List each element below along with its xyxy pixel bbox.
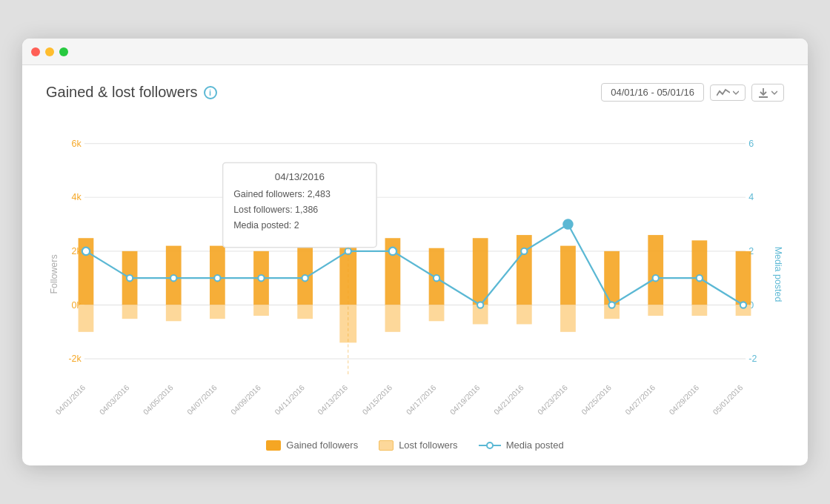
svg-rect-49 [736, 251, 751, 305]
legend-gained: Gained followers [266, 440, 358, 451]
chart-type-icon [717, 88, 730, 97]
chart-header: Gained & lost followers i 04/01/16 - 05/… [46, 83, 784, 102]
minimize-button[interactable] [45, 47, 54, 56]
svg-text:-2k: -2k [68, 354, 82, 364]
gained-swatch [266, 440, 281, 451]
svg-point-58 [389, 248, 396, 255]
svg-rect-20 [79, 305, 94, 332]
svg-rect-37 [473, 238, 488, 305]
svg-text:Gained followers: 2,483: Gained followers: 2,483 [233, 189, 331, 199]
svg-text:Lost followers: 1,386: Lost followers: 1,386 [233, 205, 318, 215]
svg-point-52 [127, 275, 133, 281]
media-line-icon [479, 440, 501, 451]
svg-text:04/15/2016: 04/15/2016 [361, 383, 394, 417]
svg-rect-24 [166, 305, 182, 322]
chart-title: Gained & lost followers [46, 84, 198, 101]
gained-label: Gained followers [286, 440, 358, 451]
svg-text:04/03/2016: 04/03/2016 [98, 383, 131, 417]
svg-text:04/27/2016: 04/27/2016 [624, 383, 657, 417]
svg-rect-40 [517, 305, 532, 325]
svg-text:04/29/2016: 04/29/2016 [668, 383, 701, 417]
legend-lost: Lost followers [379, 440, 457, 451]
svg-rect-46 [648, 305, 663, 316]
chart-area: Followers Media posted 6k 4k 2k 0k -2k 6 [46, 115, 784, 434]
svg-rect-34 [385, 305, 401, 332]
svg-text:04/19/2016: 04/19/2016 [448, 383, 482, 417]
svg-text:Media posted: 2: Media posted: 2 [233, 220, 299, 231]
svg-text:04/09/2016: 04/09/2016 [229, 383, 262, 417]
download-button[interactable] [751, 84, 784, 102]
titlebar [22, 39, 808, 65]
chevron-down-icon [771, 90, 777, 96]
svg-point-62 [563, 219, 572, 228]
svg-point-64 [653, 275, 659, 281]
chart-svg: Followers Media posted 6k 4k 2k 0k -2k 6 [46, 115, 784, 434]
svg-point-61 [521, 248, 527, 254]
svg-point-59 [434, 275, 439, 281]
svg-text:04/21/2016: 04/21/2016 [492, 383, 525, 417]
svg-text:6k: 6k [72, 139, 82, 149]
lost-label: Lost followers [399, 440, 457, 451]
app-window: Gained & lost followers i 04/01/16 - 05/… [22, 39, 808, 465]
svg-text:04/23/2016: 04/23/2016 [536, 383, 569, 417]
svg-point-60 [477, 302, 483, 308]
svg-text:05/01/2016: 05/01/2016 [711, 383, 745, 417]
chart-container: Gained & lost followers i 04/01/16 - 05/… [22, 65, 808, 465]
svg-text:04/13/2016: 04/13/2016 [316, 383, 350, 417]
svg-text:04/05/2016: 04/05/2016 [142, 383, 175, 417]
svg-rect-28 [253, 305, 269, 316]
maximize-button[interactable] [59, 47, 68, 56]
date-range-button[interactable]: 04/01/16 - 05/01/16 [601, 83, 704, 102]
svg-rect-36 [429, 305, 445, 322]
svg-point-90 [487, 442, 493, 448]
svg-rect-43 [604, 251, 620, 305]
svg-text:-2: -2 [748, 354, 757, 364]
chevron-down-icon [733, 90, 739, 96]
svg-text:04/25/2016: 04/25/2016 [580, 383, 614, 417]
svg-rect-22 [122, 305, 138, 319]
svg-rect-41 [560, 246, 576, 305]
svg-point-54 [214, 275, 220, 281]
lost-swatch [379, 440, 394, 451]
chart-title-area: Gained & lost followers i [46, 84, 217, 101]
svg-point-63 [608, 302, 614, 308]
svg-rect-42 [560, 305, 576, 332]
svg-point-53 [170, 275, 176, 281]
svg-point-65 [697, 275, 703, 281]
chart-legend: Gained followers Lost followers Media po… [46, 440, 784, 451]
svg-rect-26 [210, 305, 225, 319]
svg-text:Media posted: Media posted [773, 247, 783, 302]
info-icon[interactable]: i [204, 86, 217, 99]
chart-type-button[interactable] [710, 84, 746, 101]
media-posted-icon [479, 440, 501, 451]
svg-text:6: 6 [748, 139, 754, 149]
svg-text:4k: 4k [72, 192, 82, 202]
svg-point-55 [258, 275, 264, 281]
svg-point-56 [302, 275, 308, 281]
svg-text:Followers: Followers [49, 254, 59, 294]
legend-media: Media posted [479, 440, 564, 451]
svg-text:4: 4 [748, 192, 754, 202]
media-label: Media posted [506, 440, 564, 451]
svg-rect-47 [692, 240, 708, 305]
svg-rect-39 [517, 235, 532, 305]
header-controls: 04/01/16 - 05/01/16 [601, 83, 784, 102]
svg-text:04/13/2016: 04/13/2016 [275, 171, 325, 182]
svg-text:04/17/2016: 04/17/2016 [405, 383, 438, 417]
close-button[interactable] [31, 47, 40, 56]
svg-rect-48 [692, 305, 708, 316]
svg-text:04/07/2016: 04/07/2016 [185, 383, 219, 417]
svg-point-51 [82, 248, 90, 255]
svg-point-66 [740, 302, 746, 308]
svg-rect-30 [297, 305, 313, 319]
svg-rect-45 [648, 235, 663, 305]
download-icon [758, 87, 768, 98]
svg-text:04/11/2016: 04/11/2016 [273, 383, 307, 417]
svg-text:04/01/2016: 04/01/2016 [54, 383, 87, 417]
